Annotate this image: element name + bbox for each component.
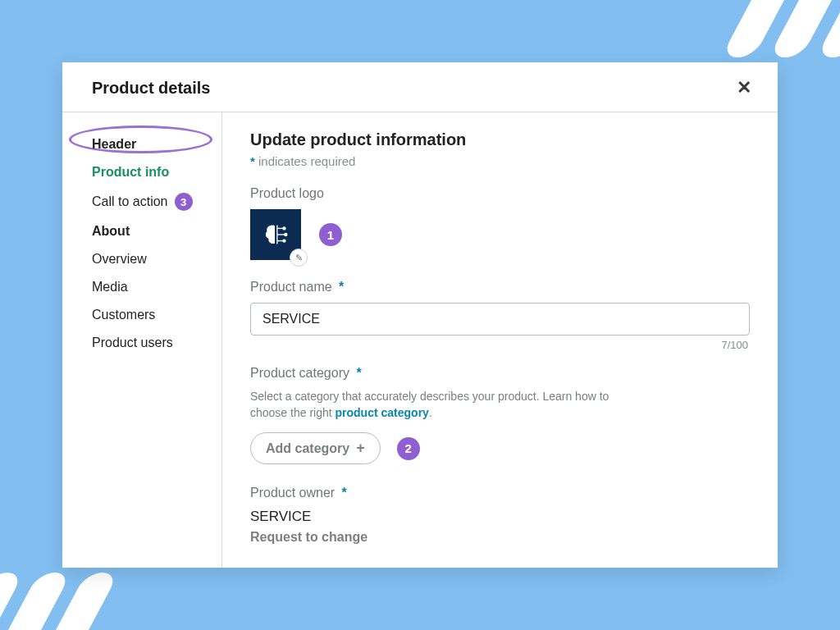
sidebar-item-media[interactable]: Media	[62, 273, 221, 301]
sidebar-item-customers[interactable]: Customers	[62, 301, 221, 329]
edit-logo-button[interactable]: ✎	[290, 249, 308, 267]
annotation-badge-2: 2	[397, 437, 420, 460]
background-stripes-bottom-left	[0, 573, 119, 630]
background-stripes-top-right	[721, 0, 840, 57]
product-category-help-link[interactable]: product category	[336, 406, 429, 419]
product-logo: ✎	[250, 209, 301, 260]
sidebar-item-label: Product users	[92, 336, 173, 350]
brain-circuit-icon	[260, 219, 291, 250]
product-logo-row: ✎ 1	[250, 209, 750, 260]
product-category-label: Product category *	[250, 366, 750, 381]
sidebar-item-label: Media	[92, 280, 128, 294]
add-category-label: Add category	[266, 441, 349, 456]
sidebar-item-label: Overview	[92, 252, 147, 267]
product-owner-value: SERVICE	[250, 509, 750, 525]
plus-icon: +	[356, 440, 365, 457]
required-note: * indicates required	[250, 154, 750, 168]
sidebar-item-call-to-action[interactable]: Call to action 3	[62, 186, 221, 217]
sidebar-item-label: Call to action	[92, 194, 168, 209]
svg-point-4	[283, 227, 285, 230]
sidebar-item-product-users[interactable]: Product users	[62, 329, 221, 357]
modal-body: Header Product info Call to action 3 Abo…	[62, 112, 778, 568]
section-heading: Update product information	[250, 130, 750, 149]
required-text: indicates required	[255, 154, 356, 168]
annotation-badge-3: 3	[175, 193, 193, 211]
svg-point-5	[285, 233, 287, 235]
pencil-icon: ✎	[295, 253, 303, 263]
product-name-char-count: 7/100	[250, 339, 748, 351]
sidebar-item-about[interactable]: About	[62, 217, 221, 245]
main-panel: Update product information * indicates r…	[222, 112, 778, 568]
close-icon[interactable]: ✕	[730, 74, 758, 102]
request-to-change-link[interactable]: Request to change	[250, 530, 750, 545]
modal-title: Product details	[92, 79, 210, 98]
product-name-input[interactable]	[250, 303, 750, 336]
sidebar-item-product-info[interactable]: Product info	[62, 158, 221, 186]
product-logo-label: Product logo	[250, 186, 750, 201]
add-category-button[interactable]: Add category +	[250, 432, 381, 464]
sidebar-item-label: Customers	[92, 308, 155, 322]
product-name-label: Product name *	[250, 280, 750, 294]
product-details-modal: Product details ✕ Header Product info Ca…	[62, 62, 778, 568]
required-star-icon: *	[342, 486, 347, 500]
sidebar-item-label: About	[92, 224, 130, 239]
required-star-icon: *	[356, 366, 361, 380]
modal-header: Product details ✕	[62, 62, 778, 112]
sidebar-item-header[interactable]: Header	[62, 130, 221, 158]
required-star-icon: *	[339, 280, 344, 294]
product-category-help: Select a category that accurately descri…	[250, 389, 628, 421]
product-owner-label: Product owner *	[250, 486, 750, 500]
sidebar-item-label: Header	[92, 137, 136, 152]
svg-point-6	[283, 240, 285, 242]
sidebar-item-label: Product info	[92, 165, 169, 180]
sidebar: Header Product info Call to action 3 Abo…	[62, 112, 222, 568]
sidebar-item-overview[interactable]: Overview	[62, 245, 221, 273]
category-row: Add category + 2	[250, 432, 750, 464]
annotation-badge-1: 1	[319, 223, 342, 246]
